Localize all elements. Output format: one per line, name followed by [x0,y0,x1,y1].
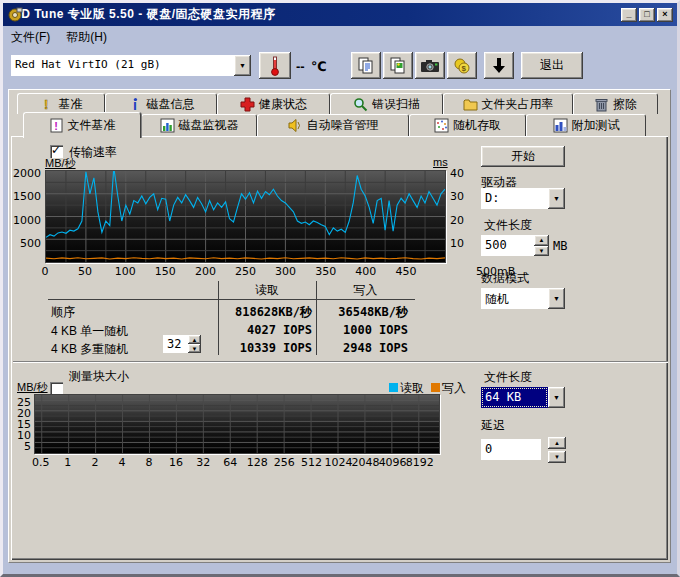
axis-tick: 10 [450,237,464,250]
delay-input[interactable]: 0 [481,439,541,460]
trash-icon [594,97,609,112]
drive-select-combobox[interactable]: Red Hat VirtIO (21 gB) ▼ [11,55,251,76]
spin-down-icon[interactable]: ▼ [534,246,549,257]
tab-folder-usage[interactable]: 文件夹占用率 [443,93,573,114]
magnifier-icon [353,97,368,112]
delay-spin-up[interactable]: ▲ [548,437,566,449]
drive-select-value: Red Hat VirtIO (21 gB) [11,55,234,76]
save-results-button[interactable] [484,52,514,79]
exit-button[interactable]: 退出 [521,52,583,79]
grid-chart-icon [553,118,568,133]
axis-tick: 200 [190,265,220,278]
drive-combobox[interactable]: D: ▼ [481,188,565,209]
temperature-button[interactable] [259,52,291,79]
transfer-rate-checkbox-label: 传输速率 [69,144,117,161]
down-arrow-icon [492,57,506,75]
top-chart-plot [45,170,446,263]
tab-disk-info[interactable]: i 磁盘信息 [105,93,217,114]
block-file-length-label: 文件长度 [484,369,532,386]
checkmark-icon: ✓ [51,143,61,157]
axis-tick: 300 [271,265,301,278]
axis-tick: 20 [450,214,464,227]
maximize-button[interactable]: □ [639,8,655,22]
start-button[interactable]: 开始 [481,146,565,167]
axis-tick: 30 [450,190,464,203]
bottom-chart-ylabel: MB/秒 [17,380,48,395]
axis-tick: 8192 [403,456,437,469]
file-length-label: 文件长度 [484,217,532,234]
top-chart-ylabel: MB/秒 [45,156,76,171]
screenshot-button[interactable] [415,52,445,79]
tab-label: 文件基准 [68,117,116,134]
bottom-chart-x-axis: 0.512481632641282565121024204840968192 [34,456,440,470]
table-write-value: 2948 IOPS [320,341,408,355]
read-legend-swatch [389,383,398,392]
table-row-label: 4 KB 单一随机 [51,323,128,340]
block-file-length-combobox[interactable]: 64 KB ▼ [481,387,565,408]
spin-up-icon[interactable]: ▲ [534,235,549,246]
chevron-down-icon[interactable]: ▼ [548,387,565,408]
delay-spin-down[interactable]: ▼ [548,451,566,463]
write-legend-swatch [431,383,440,392]
table-read-value: 10339 IOPS [222,341,312,355]
tab-label: 自动噪音管理 [307,117,379,134]
folder-icon [463,97,478,112]
tab-label: 随机存取 [453,117,501,134]
table-read-value: 4027 IOPS [222,323,312,337]
copy-image-button[interactable] [383,52,413,79]
tab-error-scan[interactable]: 错误扫描 [330,93,443,114]
axis-tick: 5 [3,440,31,453]
tab-extra-tests[interactable]: 附加测试 [526,114,646,136]
tab-file-benchmark-active[interactable]: ! 文件基准 [23,112,141,138]
chevron-down-icon[interactable]: ▼ [234,55,251,76]
tab-disk-monitor[interactable]: 磁盘监视器 [141,114,257,136]
table-header-rule [48,299,415,300]
red-cross-icon [240,97,255,112]
axis-tick: 2000 [3,167,41,180]
window-title: HD Tune 专业版 5.50 - 硬盘/固态硬盘实用程序 [12,6,275,23]
section-divider [13,361,668,362]
menu-help[interactable]: 帮助(H) [58,27,115,48]
close-button[interactable]: × [657,8,673,22]
data-mode-combobox[interactable]: 随机 ▼ [481,288,565,309]
speaker-icon [288,118,303,133]
tab-label: 文件夹占用率 [482,96,554,113]
tab-health[interactable]: 健康状态 [217,93,330,114]
scatter-dots-icon [434,118,449,133]
chevron-down-icon[interactable]: ▼ [548,288,565,309]
table-row-label: 4 KB 多重随机 [51,341,128,358]
tab-label: 磁盘监视器 [179,117,239,134]
file-length-unit: MB [553,239,567,253]
chevron-down-icon[interactable]: ▼ [548,188,565,209]
copy-text-icon [357,57,375,75]
queue-depth-spinner[interactable]: 32 ▲ ▼ [163,335,201,353]
minimize-button[interactable]: _ [621,8,637,22]
temperature-unit: ℃ [311,59,327,74]
app-window: HD Tune 专业版 5.50 - 硬盘/固态硬盘实用程序 _ □ × 文件(… [0,0,680,577]
block-size-checkbox-label: 测量块大小 [69,368,129,385]
tab-benchmark[interactable]: ! 基准 [17,93,105,114]
block-file-length-value: 64 KB [481,387,548,408]
file-length-spinner[interactable]: 500 ▲ ▼ [481,235,549,256]
svg-text:!: ! [54,120,58,132]
top-chart-x-axis: 050100150200250300350400450 [45,265,446,279]
spin-down-icon[interactable]: ▼ [188,344,201,353]
tab-erase[interactable]: 擦除 [573,93,658,114]
info-icon: i [128,97,143,112]
axis-tick: 350 [311,265,341,278]
axis-tick: 500 [3,237,41,250]
tab-random-access[interactable]: 随机存取 [409,114,526,136]
title-bar[interactable]: HD Tune 专业版 5.50 - 硬盘/固态硬盘实用程序 _ □ × [3,3,677,26]
top-chart-ylabel-right: ms [433,156,448,168]
menu-bar: 文件(F) 帮助(H) [3,28,677,47]
spin-up-icon[interactable]: ▲ [188,335,201,344]
tab-row-2: ! 文件基准 磁盘监视器 自动噪音管理 随机存取 附加测试 [23,114,646,136]
bar-chart-icon [160,118,175,133]
start-button-label: 开始 [511,148,535,165]
copy-text-button[interactable] [351,52,381,79]
axis-tick: 150 [150,265,180,278]
tab-aam[interactable]: 自动噪音管理 [257,114,409,136]
data-mode-label: 数据模式 [481,270,529,287]
donate-button[interactable]: $ [447,52,477,79]
menu-file[interactable]: 文件(F) [3,27,58,48]
